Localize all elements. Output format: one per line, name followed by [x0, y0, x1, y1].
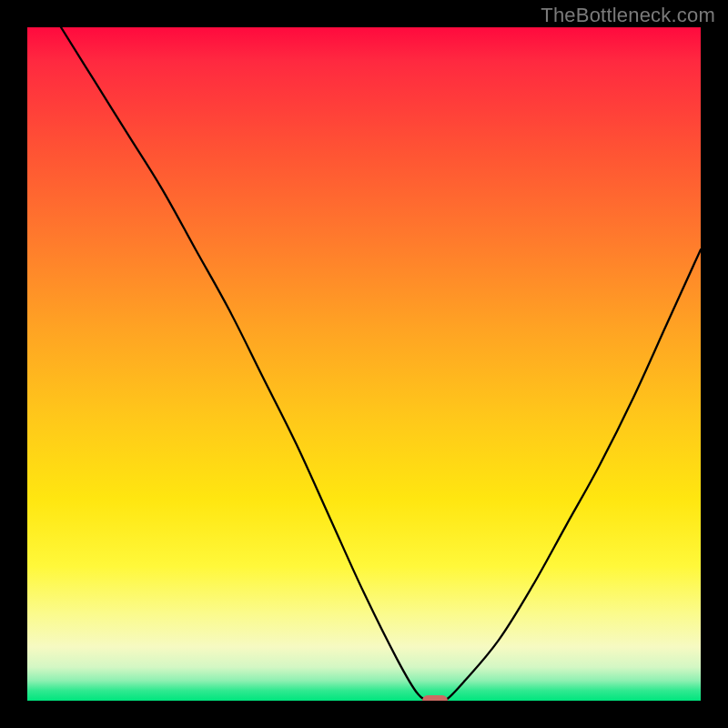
chart-frame: TheBottleneck.com [0, 0, 728, 728]
optimum-marker [422, 695, 448, 701]
bottleneck-curve [27, 27, 701, 701]
watermark-text: TheBottleneck.com [541, 4, 715, 27]
curve-path [61, 27, 701, 701]
plot-area [27, 27, 701, 701]
